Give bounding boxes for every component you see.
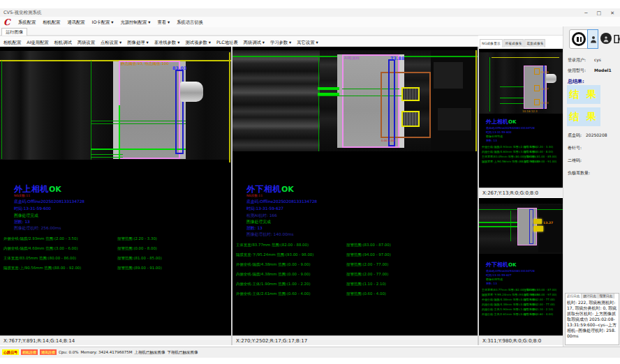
pin-label: 卷针号: [568,145,582,151]
red-note: 0.00 0.00 [381,139,394,142]
log-tab-stats[interactable]: 统计日志 [582,294,598,298]
tab-all-images[interactable]: 所有成像集 [503,39,524,47]
measure-value: 隔膜宽度-上/90.56mm 范围:(88.00 - 92.00) [3,266,81,270]
machine-rails [232,50,320,151]
tool-other-settings[interactable]: 其它设置 ▾ [297,40,318,46]
machine-part [434,62,463,89]
camera-name: 外上相机 [486,119,508,125]
menu-item-language[interactable]: 系统语言切换 [177,20,203,26]
tab-latest-images[interactable]: 最新成像集 [524,39,545,47]
total-result-label: 总结果: [568,78,584,85]
result-display-1: 结 果 [567,85,600,104]
toolbar: 相机配置 AI使用配置 相机调试 高级设置 点检设置 ▾ 图像处理 ▾ 基准线参… [0,36,478,47]
tab-highlight-yellow [533,226,543,232]
right-sidebar: 登录用户: cys 使用型号: Model1 总结果: 结 果 结 果 底盒码:… [563,26,620,347]
comm-status-badge: 通讯连接 [40,349,57,355]
tool-camera-config[interactable]: 相机配置 [3,40,21,46]
user-icon [603,35,610,43]
menu-item-system-config[interactable]: 系统配置 [18,20,36,26]
alarm-range: 报警范围:(94.00 - 97.00) [346,252,391,257]
minimize-button[interactable]: ─ [584,10,587,16]
alarm-range: 报警范围:(0.00 - 8.00) [524,150,553,153]
log-tab-alarm[interactable]: 报警日志 [598,294,614,298]
measure-line-green [318,56,319,151]
time-line: 时间:13-31-59-600 [14,206,51,212]
machine-part [438,108,471,130]
tab-ng-images[interactable]: NG成像显示 [480,39,503,47]
measure-line-green [1,61,2,159]
measure-row: 隔膜宽度-下/95.24mm 范围:(93.00 - 98.00)报警范围:(9… [236,252,478,257]
memory-usage: Memory: 3424.41796875M [80,350,132,354]
camera-name: 外下相机 [246,184,281,194]
pause-button[interactable] [569,29,589,49]
menu-item-camera-config[interactable]: 相机配置 [43,20,60,26]
menu-bar: C 系统配置 相机配置 通讯配置 IO卡配置 ▾ 光源控制配置 ▾ 查看 ▾ 系… [0,17,620,27]
tool-ai-config[interactable]: AI使用配置 [27,40,48,46]
measure-row: 内侧全线-隔膜/4.60mm 范围:(3.00 - 6.00)报警范围:(0.0… [3,246,231,251]
measure-line-green [91,149,186,150]
close-button[interactable]: ✕ [610,10,614,16]
mini-box-orange [534,85,540,91]
menu-item-light-config[interactable]: 光源控制配置 ▾ [120,20,150,26]
mini-panel-lower: 13.27 外下相机OK 底盒码:Offline2025020813313472… [479,198,563,345]
tool-advanced-debug[interactable]: 高级调试 ▾ [244,40,265,46]
menu-item-view[interactable]: 查看 ▾ [157,20,170,26]
ai-box-label: AI检测框 [344,56,360,61]
user-mode-button[interactable] [587,29,598,49]
exit-button[interactable] [613,30,620,48]
tool-image-process[interactable]: 图像处理 ▾ [127,40,148,46]
camera-background [479,52,563,114]
measure-row: 主体宽度/83.05mm 范围:(80.00 - 86.00)报警范围:(81.… [482,155,563,158]
log-text: 机时: 222, 瑕疵检测机时: 17, 瑕疵分类机时: 0, 瑕疵抓取分区机时… [566,298,619,340]
mini-image-lower: 13.27 [479,198,563,254]
maximize-button[interactable]: □ [597,10,602,16]
log-tab-run[interactable]: 运行日志 [566,294,582,298]
barcode-line: 底盒码:Offline20250208133134728 [486,269,535,273]
alarm-range: 报警范围:(2.00 - 77.00) [524,303,555,306]
tool-spot-check[interactable]: 点检设置 ▾ [101,40,121,46]
cpu-usage: Cpu: 0.0% [59,350,78,354]
lower-camera-trigger: 下相机已触发图像 [167,350,198,355]
measure-line-green [489,57,490,112]
pixel-status-bar: X:267;Y:13;R:0;G:0;B:0 [479,188,563,197]
tab-object [180,82,203,102]
result-ok-label: OK [281,185,294,194]
menu-item-io-config[interactable]: IO卡配置 ▾ [92,20,114,26]
measure-row: 主体宽度/83.77mm 范围:(82.00 - 88.00)报警范围:(83.… [482,288,563,291]
measure-value: 隔膜宽度-下/95.24mm 范围:(93.00 - 98.00) [236,252,313,257]
mini-orange-label: 13.27 [543,221,553,225]
tab-count-label: 负极耳数量: [568,170,590,176]
measure-row: 内侧全线-隔膜/4.38mm 范围:(0.00 - 9.00)报警范围:(2.0… [482,303,563,306]
menu-item-comm-config[interactable]: 通讯配置 [67,20,84,26]
mini-image-upper: 33.48 10.27 12.63 10.16 12.3 [479,49,563,115]
barcode-line: 底盒码:Offline20250208133134728 [486,126,535,130]
measure-value: 外侧全线-隔膜/2.93mm 范围:(2.00 - 3.50) [3,236,78,241]
pixel-status-bar: X:7677;Y:891;R:14;G:14;B:14 [0,335,231,345]
camera-image-lower: AI检测框 73.88 0.00 0.00 [232,47,478,151]
result-ok-label: OK [49,185,61,194]
product-outline [119,61,180,159]
window-title: CVS-视觉检测系统 [3,10,41,16]
measure-row: 外侧全线-隔膜/2.93mm 范围:(2.00 - 3.50)报警范围:(2.2… [482,145,563,149]
done-line: 图像处理完成 [14,213,38,219]
measure-line-green [500,86,524,87]
tool-advanced-settings[interactable]: 高级设置 [78,40,95,46]
measure-row: 外侧全线-隔膜/4.38mm 范围:(0.00 - 9.00)报警范围:(2.0… [236,262,478,267]
user-account-button[interactable] [600,33,612,44]
tool-test-params[interactable]: 测试项参数 ▾ [185,40,211,46]
mini-orange-label: 10.27 [540,87,548,91]
tool-baseline-params[interactable]: 基准线参数 ▾ [154,40,180,46]
alarm-range: 报警范围:(2.00 - 77.00) [346,272,388,277]
layers-line: 层数: 13 [14,219,30,225]
measure-row: 外侧全线-隔膜/2.93mm 范围:(2.00 - 3.50)报警范围:(2.2… [3,236,231,241]
measure-box-blue [388,59,395,146]
threshold-label: 静态阈值:93, 动态阈值:100 [121,61,169,66]
tab-box-yellow [401,87,420,101]
camera-name: 外下相机 [486,261,508,268]
login-value: cys [594,57,601,62]
tool-plc-address[interactable]: PLC地址表 [216,40,238,46]
measure-row: 隔膜宽度-上/90.56mm 范围:(88.00 - 92.00)报警范围:(8… [482,160,563,163]
tool-camera-debug[interactable]: 相机调试 [54,40,72,46]
camera-status-badge: 相机连接 [21,349,38,355]
tool-learning-params[interactable]: 学习参数 ▾ [270,40,291,46]
